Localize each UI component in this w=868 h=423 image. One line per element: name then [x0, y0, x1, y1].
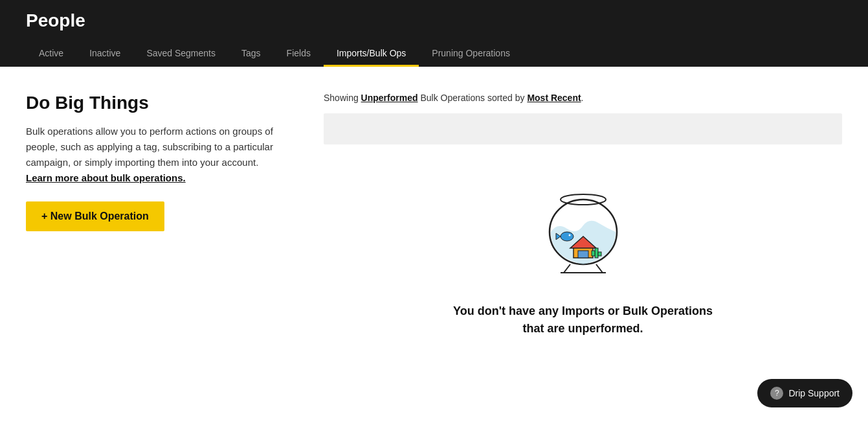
sort-most-recent-link[interactable]: Most Recent — [527, 93, 581, 103]
right-panel: Showing Unperformed Bulk Operations sort… — [324, 93, 842, 350]
tab-saved-segments[interactable]: Saved Segments — [133, 41, 228, 67]
filter-unperformed-link[interactable]: Unperformed — [361, 93, 418, 103]
svg-point-11 — [561, 232, 573, 241]
svg-point-13 — [568, 234, 570, 236]
tab-active[interactable]: Active — [26, 41, 76, 67]
showing-text: Showing Unperformed Bulk Operations sort… — [324, 93, 842, 103]
filter-bar — [324, 113, 842, 144]
learn-more-link[interactable]: Learn more about bulk operations. — [26, 172, 186, 183]
tab-pruning-operations[interactable]: Pruning Operations — [419, 41, 523, 67]
section-description: Bulk operations allow you to perform act… — [26, 124, 285, 186]
nav-tabs: Active Inactive Saved Segments Tags Fiel… — [26, 41, 842, 67]
page-title: People — [26, 10, 842, 31]
new-bulk-operation-button[interactable]: + New Bulk Operation — [26, 201, 164, 231]
section-title: Do Big Things — [26, 93, 285, 113]
svg-rect-8 — [595, 248, 598, 258]
svg-line-1 — [564, 264, 570, 273]
svg-rect-7 — [578, 251, 588, 258]
tab-inactive[interactable]: Inactive — [76, 41, 133, 67]
tab-imports-bulk-ops[interactable]: Imports/Bulk Ops — [324, 41, 419, 67]
empty-state-illustration — [531, 183, 635, 287]
svg-rect-10 — [598, 252, 601, 256]
svg-rect-9 — [592, 251, 595, 256]
empty-state-message: You don't have any Imports or Bulk Opera… — [453, 303, 713, 337]
top-header: People Active Inactive Saved Segments Ta… — [0, 0, 868, 67]
main-content: Do Big Things Bulk operations allow you … — [0, 67, 868, 376]
svg-line-2 — [596, 264, 603, 273]
left-panel: Do Big Things Bulk operations allow you … — [26, 93, 285, 350]
empty-state: You don't have any Imports or Bulk Opera… — [324, 170, 842, 350]
tab-tags[interactable]: Tags — [228, 41, 274, 67]
tab-fields[interactable]: Fields — [274, 41, 324, 67]
